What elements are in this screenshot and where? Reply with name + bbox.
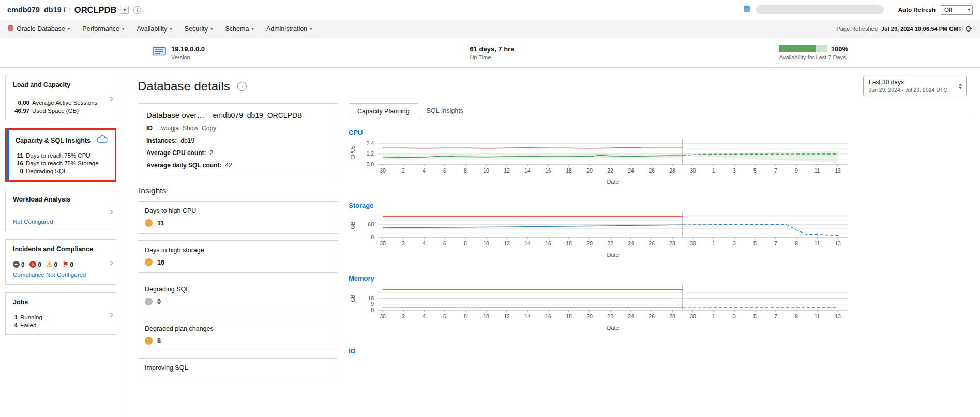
uptime-group: 61 days, 7 hrs Up Time xyxy=(470,45,514,60)
svg-text:18: 18 xyxy=(566,313,572,319)
chevron-right-icon[interactable]: › xyxy=(110,92,113,104)
svg-text:24: 24 xyxy=(628,240,634,246)
menu-administration[interactable]: Administration ▾ xyxy=(266,25,312,33)
topbar: emdb079_db19 / ↑ ORCLPDB ▾ i Auto Refres… xyxy=(0,0,980,20)
cloud-icon xyxy=(96,135,108,145)
svg-text:6: 6 xyxy=(443,167,446,174)
chevron-down-icon: ▾ xyxy=(122,26,125,32)
card-title: Incidents and Compliance xyxy=(13,245,109,253)
menu-performance[interactable]: Performance ▾ xyxy=(82,25,124,33)
metric-value: 46.97 xyxy=(13,107,29,114)
metric-value: 0 xyxy=(16,168,23,174)
auto-refresh-value: Off xyxy=(944,7,952,13)
metric-value: 4 xyxy=(13,322,18,328)
id-label: ID xyxy=(146,125,153,132)
days-to-high-cpu-link[interactable]: Days to high CPU xyxy=(145,207,331,214)
sidebar-card-capacity-sql-insights[interactable]: Capacity & SQL Insights 11Days to reach … xyxy=(5,128,116,182)
menu-schema[interactable]: Schema ▾ xyxy=(225,25,253,33)
metric-value: 0.00 xyxy=(13,100,29,106)
svg-text:11: 11 xyxy=(815,167,820,174)
svg-text:14: 14 xyxy=(524,167,531,174)
insight-card-improving-sql[interactable]: Improving SQL xyxy=(138,358,338,378)
svg-text:2.4: 2.4 xyxy=(366,140,374,146)
tab-sql-insights[interactable]: SQL Insights xyxy=(418,103,472,119)
insight-card-degraded-plan-changes[interactable]: Degraded plan changes 8 xyxy=(138,319,338,351)
svg-text:24: 24 xyxy=(628,313,634,319)
id-show-link[interactable]: Show xyxy=(183,125,198,132)
uptime-label: Up Time xyxy=(470,54,514,60)
metric-label: Running xyxy=(20,314,42,320)
memory-chart-title-link[interactable]: Memory xyxy=(349,274,374,282)
days-to-high-storage-link[interactable]: Days to high storage xyxy=(145,246,331,254)
svg-text:Date: Date xyxy=(607,179,619,185)
sidebar-card-jobs[interactable]: Jobs 1Running 4Failed › xyxy=(5,292,116,335)
chevron-right-icon[interactable]: › xyxy=(110,205,113,217)
svg-text:26: 26 xyxy=(649,313,655,319)
pdb-info-icon[interactable]: i xyxy=(133,6,141,14)
io-chart-title-link[interactable]: IO xyxy=(349,347,356,355)
svg-text:8: 8 xyxy=(464,167,467,174)
metric-label: Failed xyxy=(20,322,36,328)
menu-label: Schema xyxy=(225,25,249,33)
breadcrumb-pdb-name[interactable]: ORCLPDB xyxy=(74,5,117,15)
warning-dot-icon xyxy=(145,219,153,227)
svg-text:16: 16 xyxy=(545,313,551,319)
search-input[interactable] xyxy=(756,5,884,14)
svg-text:7: 7 xyxy=(774,167,777,174)
main-panel: Database details i Last 30 days Jun 29, … xyxy=(123,68,980,417)
svg-text:3: 3 xyxy=(733,313,736,319)
svg-text:0: 0 xyxy=(371,234,374,240)
svg-text:GB: GB xyxy=(350,294,356,302)
svg-text:30: 30 xyxy=(380,313,386,319)
menu-label: Availability xyxy=(137,25,167,33)
svg-text:4: 4 xyxy=(423,167,426,174)
io-chart-section: IO xyxy=(348,346,972,356)
svg-text:22: 22 xyxy=(607,240,613,246)
refresh-icon[interactable]: ⟳ xyxy=(966,25,973,34)
svg-text:1: 1 xyxy=(712,313,715,319)
version-value: 19.19.0.0.0 xyxy=(171,45,205,53)
svg-text:13: 13 xyxy=(835,167,841,174)
spinner-icons xyxy=(959,83,962,89)
sidebar-card-workload-analysis[interactable]: Workload Analysis Not Configured › xyxy=(5,190,116,231)
sidebar-card-incidents-and-compliance[interactable]: Incidents and Compliance −0 ✕0 ⚠0 ⚑0 Com… xyxy=(5,239,116,285)
capacity-planning-panel: Capacity Planning SQL Insights CPU 0.01.… xyxy=(348,103,972,385)
memory-chart: 0918302468101214161820222426283013579111… xyxy=(348,283,972,334)
storage-chart-title-link[interactable]: Storage xyxy=(349,202,373,209)
date-range-select[interactable]: Last 30 days Jun 29, 2024 - Jul 29, 2024… xyxy=(863,76,967,96)
page-title-info-icon[interactable]: i xyxy=(237,82,247,91)
svg-text:26: 26 xyxy=(649,167,655,174)
svg-text:CPUs: CPUs xyxy=(350,145,356,159)
chevron-right-icon[interactable]: › xyxy=(110,256,113,268)
compliance-not-configured-link[interactable]: Compliance Not Configured xyxy=(13,272,109,278)
insight-card-degrading-sql[interactable]: Degrading SQL 0 xyxy=(138,280,338,312)
version-icon xyxy=(153,47,166,59)
metric-label: Days to reach 75% CPU xyxy=(26,152,91,159)
metric-label: Degrading SQL xyxy=(26,168,67,174)
page-refreshed-timestamp: Jul 29, 2024 10:06:54 PM GMT xyxy=(881,26,962,32)
insight-card-days-to-high-cpu[interactable]: Days to high CPU 11 xyxy=(138,201,338,234)
warning-icon: ⚠ xyxy=(47,261,53,268)
svg-text:28: 28 xyxy=(669,167,675,174)
pdb-dropdown-button[interactable]: ▾ xyxy=(120,6,129,14)
up-arrow-icon: ↑ xyxy=(68,6,72,14)
menu-security[interactable]: Security ▾ xyxy=(185,25,213,33)
id-copy-link[interactable]: Copy xyxy=(202,125,216,132)
svg-text:22: 22 xyxy=(607,167,613,174)
insight-card-days-to-high-storage[interactable]: Days to high storage 16 xyxy=(138,240,338,273)
chevron-right-icon[interactable]: › xyxy=(110,308,113,320)
menu-label: Security xyxy=(185,25,208,33)
cpu-chart-title-link[interactable]: CPU xyxy=(349,129,363,136)
breadcrumb-db-name[interactable]: emdb079_db19 / xyxy=(7,6,66,14)
storage-chart: 0603024681012141618202224262830135791113… xyxy=(348,210,972,261)
metric-value: 16 xyxy=(16,160,23,166)
metric-label: Average Active Sessions xyxy=(32,100,97,106)
insight-value: 16 xyxy=(157,259,164,266)
tab-capacity-planning[interactable]: Capacity Planning xyxy=(349,103,418,119)
workload-not-configured-link[interactable]: Not Configured xyxy=(13,219,109,225)
svg-text:16: 16 xyxy=(545,167,551,174)
sidebar-card-load-and-capacity[interactable]: Load and Capacity 0.00Average Active Ses… xyxy=(5,75,116,120)
menu-oracle-database[interactable]: Oracle Database ▾ xyxy=(7,25,70,33)
auto-refresh-select[interactable]: Off ▾ xyxy=(941,5,973,15)
menu-availability[interactable]: Availability ▾ xyxy=(137,25,172,33)
